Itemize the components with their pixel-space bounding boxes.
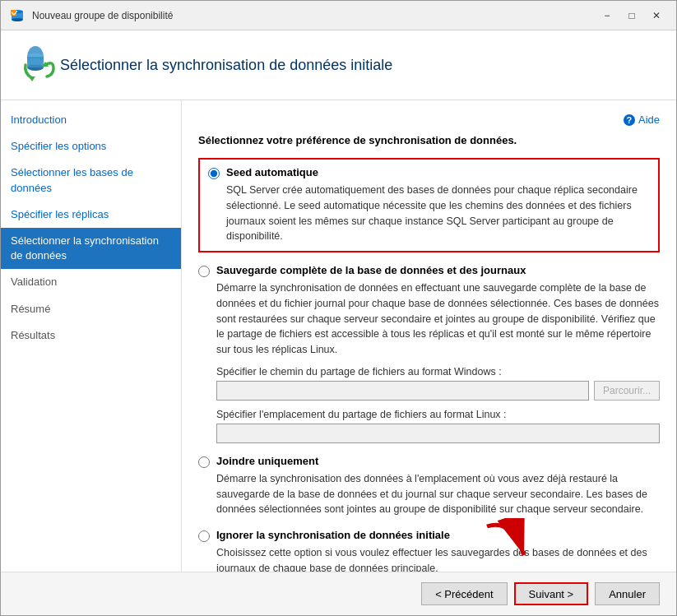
linux-path-input[interactable] bbox=[216, 424, 660, 443]
sidebar-item-databases[interactable]: Sélectionner les bases de données bbox=[1, 160, 181, 201]
windows-path-label: Spécifier le chemin du partage de fichie… bbox=[216, 366, 660, 377]
linux-path-label: Spécifier l'emplacement du partage de fi… bbox=[216, 409, 660, 420]
prev-button[interactable]: < Précédent bbox=[421, 582, 507, 605]
file-path-windows-section: Spécifier le chemin du partage de fichie… bbox=[216, 366, 660, 443]
windows-path-row: Parcourir... bbox=[216, 381, 660, 401]
full-backup-desc: Démarre la synchronisation de données en… bbox=[216, 280, 660, 358]
sidebar-item-introduction[interactable]: Introduction bbox=[1, 107, 181, 133]
sidebar-item-options[interactable]: Spécifier les options bbox=[1, 133, 181, 160]
titlebar-controls: − □ ✕ bbox=[596, 7, 668, 25]
option-full-backup: Sauvegarde complète de la base de donnée… bbox=[198, 264, 660, 443]
option-full-backup-row: Sauvegarde complète de la base de donnée… bbox=[198, 264, 660, 277]
option-join-only: Joindre uniquement Démarre la synchronis… bbox=[198, 455, 660, 517]
svg-point-2 bbox=[12, 18, 23, 21]
cancel-button[interactable]: Annuler bbox=[595, 582, 660, 605]
svg-point-8 bbox=[27, 58, 44, 65]
sidebar-item-validation: Validation bbox=[1, 269, 181, 295]
sidebar-item-sync[interactable]: Sélectionner la synchronisation de donné… bbox=[1, 228, 181, 269]
window-icon bbox=[9, 7, 26, 24]
minimize-button[interactable]: − bbox=[596, 7, 619, 25]
sidebar-item-summary: Résumé bbox=[1, 296, 181, 322]
svg-marker-10 bbox=[29, 76, 35, 81]
main-content: ? Aide Sélectionnez votre préférence de … bbox=[182, 100, 676, 572]
section-heading: Sélectionnez votre préférence de synchro… bbox=[198, 134, 660, 146]
window-title: Nouveau groupe de disponibilité bbox=[32, 10, 596, 21]
close-button[interactable]: ✕ bbox=[645, 7, 668, 25]
skip-sync-label: Ignorer la synchronisation de données in… bbox=[216, 529, 450, 541]
windows-path-input[interactable] bbox=[216, 381, 589, 401]
seed-auto-desc: SQL Server crée automatiquement des base… bbox=[226, 183, 650, 244]
next-button[interactable]: Suivant > bbox=[514, 582, 589, 605]
titlebar: Nouveau groupe de disponibilité − □ ✕ bbox=[1, 1, 676, 30]
join-only-desc: Démarre la synchronisation des données à… bbox=[216, 471, 660, 517]
help-section: ? Aide bbox=[198, 113, 660, 126]
help-label: Aide bbox=[638, 113, 660, 126]
page-title: Sélectionner la synchronisation de donné… bbox=[60, 57, 392, 74]
dialog-header: Sélectionner la synchronisation de donné… bbox=[1, 30, 676, 100]
join-only-label: Joindre uniquement bbox=[216, 455, 318, 467]
sidebar: Introduction Spécifier les options Sélec… bbox=[1, 100, 182, 572]
option-join-row: Joindre uniquement bbox=[198, 455, 660, 468]
header-icon bbox=[17, 44, 60, 86]
option-skip-row: Ignorer la synchronisation de données in… bbox=[198, 529, 660, 542]
question-icon: ? bbox=[624, 114, 635, 126]
restore-button[interactable]: □ bbox=[620, 7, 643, 25]
help-link[interactable]: ? Aide bbox=[624, 113, 660, 126]
radio-seed-auto[interactable] bbox=[208, 168, 220, 179]
main-window: Nouveau groupe de disponibilité − □ ✕ bbox=[0, 0, 677, 616]
option-seed-row: Seed automatique bbox=[208, 166, 650, 179]
option-seed-auto: Seed automatique SQL Server crée automat… bbox=[198, 158, 660, 252]
footer: < Précédent Suivant > Annuler bbox=[1, 572, 676, 615]
full-backup-label: Sauvegarde complète de la base de donnée… bbox=[216, 264, 526, 276]
sidebar-item-results: Résultats bbox=[1, 322, 181, 349]
seed-auto-label: Seed automatique bbox=[226, 166, 318, 178]
content-area: Introduction Spécifier les options Sélec… bbox=[1, 100, 676, 572]
sidebar-item-replicas[interactable]: Spécifier les réplicas bbox=[1, 201, 181, 228]
browse-button-windows[interactable]: Parcourir... bbox=[594, 381, 660, 401]
option-skip-sync: Ignorer la synchronisation de données in… bbox=[198, 529, 660, 572]
radio-full-backup[interactable] bbox=[198, 266, 210, 277]
radio-join-only[interactable] bbox=[198, 456, 210, 468]
radio-skip-sync[interactable] bbox=[198, 530, 210, 542]
skip-sync-desc: Choisissez cette option si vous voulez e… bbox=[216, 545, 660, 572]
